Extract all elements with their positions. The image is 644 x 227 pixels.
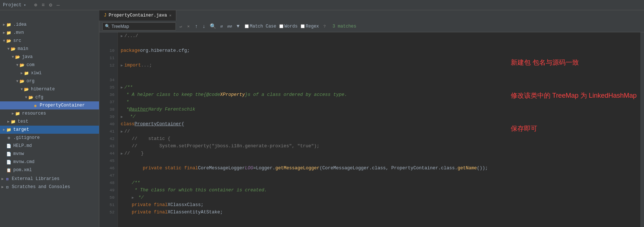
collapse-arrow: ▶ [21, 71, 23, 75]
sidebar-item-src[interactable]: ▼ 📂 src [0, 37, 99, 45]
fold-icon[interactable]: ▶ [121, 85, 123, 90]
sidebar-item-label: xiwi [31, 71, 42, 76]
fold-icon[interactable]: ▶ [121, 63, 123, 68]
code-line: ▶ /** [121, 84, 637, 91]
layout-icon[interactable]: ≡ [42, 2, 45, 8]
collapse-arrow: ▼ [25, 96, 27, 100]
line-num: 36 [101, 91, 114, 98]
words-checkbox[interactable] [279, 24, 283, 28]
sidebar-item-property-container[interactable]: ▶ ◉ PropertyContainer [0, 101, 99, 109]
sidebar-item-scratches[interactable]: ▶ ⊟ Scratches and Consoles [0, 183, 99, 191]
plain-text: ()); [477, 166, 488, 171]
fold-dots: /.../ [124, 33, 138, 39]
sidebar-item-gitignore[interactable]: ▶ ⚙ .gitignore [0, 134, 99, 142]
code-line: /** [121, 179, 637, 187]
sidebar-item-label: HELP.md [13, 143, 32, 148]
add-icon[interactable]: ⊕ [34, 2, 37, 8]
search-nav: ↑ ↓ 🔍 ⇄ ⇄⇄ ▼ [193, 22, 241, 30]
sidebar-item-hibernate[interactable]: ▼ 📂 hibernate [0, 85, 99, 93]
sidebar-item-external-libraries[interactable]: ▶ ⊞ External Libraries [0, 175, 99, 183]
file-icon: 📄 [6, 152, 12, 156]
collapse-arrow: ▼ [12, 55, 14, 59]
tab-label: PropertyContainer.java [109, 13, 167, 18]
keyword: private static final [143, 166, 198, 171]
sidebar-item-test[interactable]: ▶ 📁 test [0, 118, 99, 126]
sidebar-item-java[interactable]: ▼ 📂 java [0, 53, 99, 61]
plain-text [121, 166, 143, 171]
search-replace-all-icon[interactable]: ⇄⇄ [226, 23, 234, 29]
plain-text: org.hibernate.cfg; [140, 48, 190, 53]
doc-author-tag: @author [129, 107, 149, 112]
search-input[interactable] [112, 24, 167, 29]
folder-icon: 📁 [24, 71, 29, 76]
doc-code-ref: XProperty [220, 92, 245, 97]
collapse-arrow: ▶ [3, 22, 5, 27]
regex-option[interactable]: Regex [301, 24, 319, 29]
search-find-icon[interactable]: 🔍 [208, 22, 217, 30]
sidebar-item-mvnwcmd[interactable]: ▶ 📄 mvnw.cmd [0, 158, 99, 166]
fold-icon[interactable]: ▶ [132, 195, 134, 200]
fold-icon[interactable]: ▶ [121, 34, 123, 38]
sidebar-item-label: .gitignore [13, 135, 40, 140]
search-replace-icon[interactable]: ⇄ [219, 23, 224, 29]
sidebar-item-idea[interactable]: ▶ 📁 .idea [0, 21, 99, 29]
sidebar-item-target[interactable]: ▶ 📁 target [0, 126, 99, 134]
words-option[interactable]: Words [279, 24, 298, 29]
line-num: 42 [101, 135, 114, 143]
keyword: private final [132, 210, 168, 215]
tab-close-icon[interactable]: ✕ [169, 13, 171, 18]
code-line: // static { [121, 135, 637, 143]
search-nav-down[interactable]: ↓ [201, 23, 207, 30]
match-case-checkbox[interactable] [245, 24, 249, 28]
sidebar-item-mvnw[interactable]: ▶ 📄 mvnw [0, 150, 99, 158]
search-close-icon[interactable]: ✕ [186, 23, 191, 29]
line-num: 34 [101, 76, 114, 84]
comment: // [124, 129, 130, 134]
sidebar-item-main[interactable]: ▼ 📂 main [0, 45, 99, 53]
settings-icon[interactable]: ⚙ [49, 2, 52, 8]
line-num: 11 [101, 54, 114, 62]
fold-icon[interactable]: ▶ [121, 115, 123, 119]
plain-text [121, 195, 132, 200]
code-line: ▶ import ...; [121, 62, 637, 69]
sidebar-item-label: com [26, 62, 35, 68]
search-options: Match Case Words Regex ? [245, 24, 328, 29]
doc-comment: /** [132, 180, 140, 185]
search-enter-icon[interactable]: ↵ [178, 23, 184, 29]
sidebar-item-pomxml[interactable]: ▶ 📋 pom.xml [0, 166, 99, 174]
sidebar-item-com[interactable]: ▼ 📂 com [0, 61, 99, 69]
line-num: 38 [101, 106, 114, 113]
match-case-option[interactable]: Match Case [245, 24, 276, 29]
fold-icon[interactable]: ▶ [121, 151, 123, 156]
tab-property-container[interactable]: J PropertyContainer.java ✕ [99, 10, 176, 21]
code-line: * A helper class to keep the { @code XPr… [121, 91, 637, 98]
regex-checkbox[interactable] [301, 24, 305, 28]
sidebar-item-resources[interactable]: ▶ 📁 resources [0, 109, 99, 118]
sidebar-item-cfg[interactable]: ▼ 📂 cfg [0, 93, 99, 101]
code-line: ▶ // } [121, 150, 637, 157]
folder-open-icon: 📂 [24, 87, 29, 92]
doc-comment: }s of a class ordered by access type. [245, 92, 347, 97]
line-num: 46 [101, 165, 114, 172]
plain-text [121, 210, 132, 215]
type-name: XClass [168, 202, 184, 208]
doc-code-tag: @code [206, 92, 220, 97]
vertical-scrollbar[interactable] [640, 32, 644, 227]
minimize-icon[interactable]: — [57, 2, 60, 8]
plain-text [121, 180, 132, 185]
help-icon[interactable]: ? [322, 24, 328, 29]
collapse-arrow: ▼ [3, 39, 5, 43]
sidebar-item-org[interactable]: ▼ 📂 org [0, 77, 99, 85]
folder-open-icon: 📂 [6, 39, 12, 43]
line-num: 47 [101, 172, 114, 179]
sidebar-item-mvn[interactable]: ▶ 📁 .mvn [0, 29, 99, 37]
code-content[interactable]: ▶ /.../ package org.hibernate.cfg; ▶ imp… [118, 32, 640, 227]
code-line [121, 69, 637, 76]
project-dropdown-icon[interactable]: ▾ [24, 3, 26, 7]
fold-icon[interactable]: ▶ [121, 129, 123, 134]
search-filter-icon[interactable]: ▼ [235, 23, 241, 30]
search-nav-up[interactable]: ↑ [193, 23, 199, 30]
type-name: CoreMessageLogger [198, 166, 245, 171]
sidebar-item-xiwi[interactable]: ▶ 📁 xiwi [0, 69, 99, 77]
sidebar-item-helpmd[interactable]: ▶ 📄 HELP.md [0, 142, 99, 150]
